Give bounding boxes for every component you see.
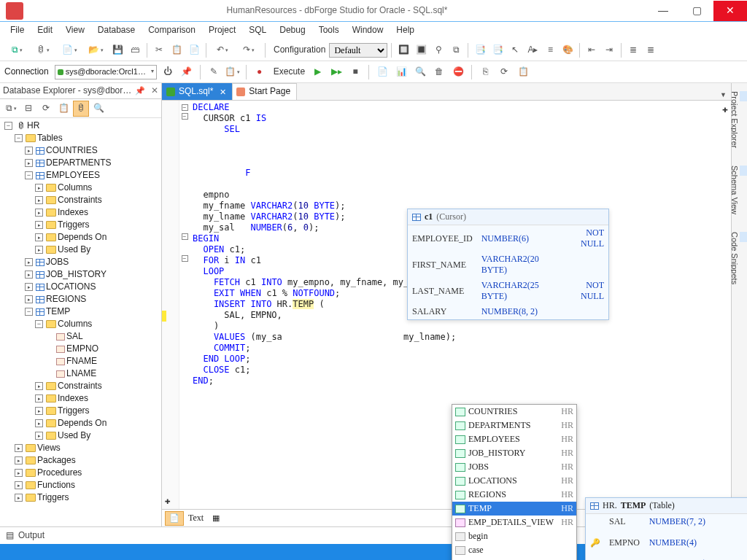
tree-toggle[interactable] (25, 159, 33, 167)
menu-edit[interactable]: Edit (31, 23, 58, 39)
tree-node[interactable]: LOCATIONS (46, 281, 96, 293)
tree-node[interactable]: Functions (37, 479, 75, 491)
new-query-button[interactable]: 📄 (57, 42, 82, 58)
tree-toggle[interactable] (35, 233, 43, 241)
tool-button[interactable]: ≡ (542, 42, 558, 58)
tool-button[interactable]: 📊 (393, 64, 409, 80)
tree-node[interactable]: Constraints (58, 194, 102, 206)
menu-window[interactable]: Window (347, 23, 390, 39)
completion-item[interactable]: LOCATIONSHR (452, 474, 576, 488)
history-button[interactable]: 📋 (225, 64, 241, 80)
view-data-button[interactable]: ▦ (206, 511, 225, 526)
tree-node[interactable]: Columns (58, 318, 92, 330)
menu-database[interactable]: Database (92, 23, 141, 39)
completion-popup[interactable]: COUNTRIESHRDEPARTMENTSHREMPLOYEESHRJOB_H… (452, 404, 577, 560)
completion-item[interactable]: case (452, 543, 576, 557)
tree-node[interactable]: SAL (66, 330, 83, 343)
tree-toggle[interactable] (15, 469, 23, 477)
menu-comparison[interactable]: Comparison (142, 23, 201, 39)
save-button[interactable]: 💾 (109, 42, 125, 58)
view-text-button[interactable]: 📄 (165, 511, 184, 526)
menu-help[interactable]: Help (390, 23, 420, 39)
save-all-button[interactable]: 🗃 (127, 42, 143, 58)
copy-button[interactable]: 📋 (169, 42, 185, 58)
tree-toggle[interactable] (15, 134, 23, 142)
tree-toggle[interactable] (15, 444, 23, 452)
menu-project[interactable]: Project (203, 23, 241, 39)
tree-toggle[interactable] (35, 320, 43, 328)
tree-node[interactable]: EMPLOYEES (46, 169, 100, 182)
tree-node[interactable]: Triggers (58, 219, 90, 231)
stop-button[interactable]: ● (252, 64, 268, 80)
window-close-button[interactable]: ✕ (713, 1, 747, 21)
add-marker-icon[interactable]: ✚ (722, 104, 728, 114)
tree-toggle[interactable] (25, 147, 33, 155)
comment-button[interactable]: ≣ (625, 42, 641, 58)
tree-toggle[interactable] (35, 394, 43, 402)
completion-item[interactable]: EMPLOYEESHR (452, 432, 576, 446)
open-button[interactable]: 📂 (83, 42, 108, 58)
tree-node[interactable]: Used By (58, 429, 90, 442)
explorer-filter-button[interactable]: 📋 (55, 101, 71, 117)
completion-item[interactable]: COUNTRIESHR (452, 405, 576, 419)
explorer-new-button[interactable]: ⧉ (3, 101, 19, 117)
tree-node[interactable]: JOB_HISTORY (46, 268, 107, 281)
split-icon[interactable]: ✚ (165, 495, 171, 506)
tree-toggle[interactable] (25, 171, 33, 179)
tool-button[interactable]: ⛔ (450, 64, 466, 80)
tree-toggle[interactable] (15, 494, 23, 502)
explorer-object-filter-button[interactable]: 🛢 (73, 101, 89, 117)
completion-item[interactable]: create_object_type (452, 557, 576, 560)
tree-toggle[interactable] (25, 283, 33, 291)
tree-node[interactable]: Indexes (58, 206, 88, 219)
tree-toggle[interactable] (25, 295, 33, 303)
tree-node[interactable]: LNAME (66, 368, 96, 380)
connection-select[interactable]: sys@dboracle:Orcl1… (55, 65, 157, 79)
tree-toggle[interactable] (4, 122, 12, 130)
completion-item[interactable]: JOB_HISTORYHR (452, 446, 576, 460)
undo-button[interactable]: ↶ (210, 42, 235, 58)
menu-sql[interactable]: SQL (243, 23, 272, 39)
tree-node[interactable]: EMPNO (66, 343, 98, 355)
tree-toggle[interactable] (35, 184, 43, 192)
configuration-select[interactable]: Default (329, 43, 387, 58)
stop-execution-button[interactable]: ■ (347, 64, 363, 80)
menu-file[interactable]: File (4, 23, 30, 39)
pin-button[interactable]: 📌 (179, 64, 195, 80)
tree-toggle[interactable] (35, 382, 43, 390)
explorer-collapse-button[interactable]: ⊟ (20, 101, 36, 117)
tree-toggle[interactable] (35, 196, 43, 204)
menu-debug[interactable]: Debug (274, 23, 311, 39)
database-tree[interactable]: HR Tables COUNTRIES DEPARTMENTS EMPLOYEE… (0, 118, 161, 526)
tool-button[interactable]: ⎘ (477, 64, 493, 80)
execute-button[interactable]: ▶ (309, 64, 325, 80)
fold-column[interactable]: − − − − (179, 101, 190, 509)
new-sql-button[interactable]: ⧉ (4, 42, 29, 58)
tool-button[interactable]: 🎨 (560, 42, 576, 58)
completion-item[interactable]: REGIONSHR (452, 488, 576, 502)
edit-button[interactable]: ✎ (206, 64, 222, 80)
menu-tools[interactable]: Tools (313, 23, 345, 39)
redo-button[interactable]: ↷ (236, 42, 261, 58)
tree-toggle[interactable] (35, 407, 43, 415)
tree-toggle[interactable] (15, 456, 23, 464)
tab-sql[interactable]: SQL.sql*✕ (162, 83, 233, 100)
tree-node[interactable]: Depends On (58, 417, 107, 429)
tool-button[interactable]: 📄 (374, 64, 390, 80)
tree-node[interactable]: Columns (58, 182, 92, 194)
new-connection-button[interactable]: 🛢 (31, 42, 55, 58)
tree-node[interactable]: Indexes (58, 392, 88, 405)
tree-toggle[interactable] (25, 308, 33, 316)
tree-toggle[interactable] (35, 419, 43, 427)
tool-button[interactable]: 📋 (515, 64, 531, 80)
tool-button[interactable]: 🔲 (395, 42, 411, 58)
tree-toggle[interactable] (35, 221, 43, 229)
tabs-dropdown-button[interactable]: ▼ (716, 91, 731, 100)
explorer-sync-button[interactable]: ⟳ (38, 101, 54, 117)
tree-node[interactable]: FNAME (66, 355, 97, 368)
tool-button[interactable]: A▸ (525, 42, 541, 58)
tab-start-page[interactable]: Start Page (232, 83, 297, 100)
tree-node[interactable]: Depends On (58, 231, 107, 244)
tree-node[interactable]: Views (37, 442, 61, 454)
tree-toggle[interactable] (35, 209, 43, 217)
